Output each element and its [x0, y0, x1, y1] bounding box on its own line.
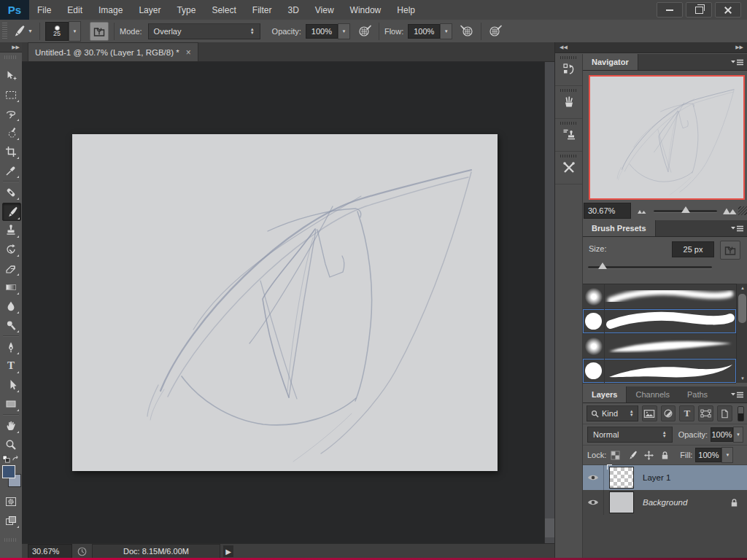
layer-fill-field[interactable]: 100% [695, 448, 721, 462]
document-scrollbar[interactable] [544, 62, 555, 543]
sync-status-button[interactable] [77, 546, 88, 557]
tab-paths[interactable]: Paths [678, 386, 716, 402]
brush-preset-soft-round[interactable] [583, 284, 736, 309]
panel-menu-button[interactable] [731, 225, 744, 233]
brush-list-scrollbar[interactable]: ▲ ▼ [736, 284, 747, 383]
options-grip[interactable] [2, 23, 7, 40]
zoom-in-button[interactable] [722, 206, 738, 215]
brush-size-field[interactable]: 25 px [672, 241, 714, 257]
close-button[interactable] [715, 2, 741, 18]
menu-3d[interactable]: 3D [279, 0, 306, 20]
lock-all-button[interactable] [660, 451, 670, 460]
menu-layer[interactable]: Layer [131, 0, 169, 20]
tab-channels[interactable]: Channels [627, 386, 678, 402]
scrollbar-thumb[interactable] [738, 294, 746, 323]
rectangle-tool[interactable] [2, 395, 20, 412]
blur-tool[interactable] [2, 298, 20, 314]
filter-shape-layers-button[interactable] [698, 405, 713, 421]
opacity-dropdown[interactable]: ▼ [338, 23, 350, 39]
crop-tool[interactable] [2, 143, 20, 160]
hand-tool[interactable] [2, 417, 20, 434]
eyedropper-tool[interactable] [2, 162, 20, 179]
screen-mode-button[interactable] [2, 512, 20, 529]
brush-picker-dropdown[interactable]: ▼ [69, 21, 81, 42]
toolbar-grip-bottom[interactable] [4, 538, 18, 542]
filter-smart-objects-button[interactable] [717, 405, 732, 421]
canvas[interactable] [72, 134, 498, 471]
brush-size-slider[interactable] [588, 266, 712, 268]
filter-pixel-layers-button[interactable] [642, 405, 657, 421]
tab-close-icon[interactable]: × [186, 47, 191, 58]
status-flyout-button[interactable]: ▶ [223, 545, 233, 557]
flow-field[interactable]: 100% [408, 24, 440, 39]
collapse-strip-button[interactable]: ◀◀ [560, 44, 568, 50]
menu-help[interactable]: Help [389, 0, 423, 20]
default-colors-button[interactable] [2, 455, 10, 463]
slider-thumb[interactable] [681, 206, 690, 213]
quick-selection-tool[interactable] [2, 124, 20, 141]
menu-select[interactable]: Select [204, 0, 244, 20]
layer-row-background[interactable]: Background [583, 490, 747, 515]
visibility-toggle[interactable] [583, 490, 604, 515]
document-tab[interactable]: Untitled-1 @ 30.7% (Layer 1, RGB/8) * × [28, 42, 198, 61]
menu-edit[interactable]: Edit [59, 0, 90, 20]
gradient-tool[interactable] [2, 279, 20, 295]
brush-tool[interactable] [2, 203, 21, 221]
blend-mode-select[interactable]: Normal ▲▼ [587, 427, 673, 443]
layer-name[interactable]: Background [643, 498, 687, 507]
pasteboard[interactable] [22, 62, 544, 543]
tool-presets-panel-button[interactable] [555, 152, 582, 184]
brush-tool-preset-picker[interactable]: ▼ [9, 23, 34, 40]
fill-dropdown[interactable]: ▼ [721, 447, 733, 463]
pressure-opacity-button[interactable] [356, 23, 374, 40]
airbrush-button[interactable] [458, 23, 476, 40]
brush-preset-soft-round-pressure[interactable] [583, 334, 736, 359]
panel-menu-button[interactable] [731, 392, 744, 399]
toolbar-collapse-button[interactable]: ▶▶ [0, 42, 22, 52]
menu-image[interactable]: Image [90, 0, 131, 20]
history-panel-button[interactable] [555, 54, 582, 86]
scroll-up-button[interactable]: ▲ [737, 284, 747, 292]
navigator-zoom-slider[interactable] [654, 210, 717, 212]
tab-navigator[interactable]: Navigator [583, 54, 638, 70]
layer-thumbnail[interactable] [609, 491, 634, 513]
lasso-tool[interactable] [2, 105, 20, 122]
flow-dropdown[interactable]: ▼ [440, 23, 452, 39]
dodge-tool[interactable] [2, 316, 20, 333]
toolbar-grip[interactable] [4, 55, 18, 59]
zoom-level-field[interactable]: 30.67% [28, 544, 72, 559]
swap-colors-button[interactable] [12, 455, 20, 463]
opacity-field[interactable]: 100% [306, 24, 338, 39]
toggle-brush-panel-button[interactable] [720, 241, 740, 260]
scroll-down-button[interactable]: ▼ [737, 374, 747, 383]
brush-preset-hard-round-pressure[interactable] [583, 359, 736, 384]
menu-file[interactable]: File [29, 0, 59, 20]
filter-type-layers-button[interactable]: T [679, 405, 694, 421]
brush-preview[interactable]: 25 [45, 22, 69, 41]
lock-position-button[interactable] [644, 451, 654, 460]
navigator-proxy-view[interactable] [589, 75, 745, 200]
navigator-zoom-field[interactable]: 30.67% [584, 203, 631, 219]
zoom-tool[interactable] [2, 436, 20, 453]
toggle-brush-panel-button[interactable] [90, 22, 109, 41]
zoom-out-button[interactable] [637, 207, 649, 214]
eraser-tool[interactable] [2, 260, 20, 276]
layer-name[interactable]: Layer 1 [643, 473, 670, 482]
filter-adjustment-layers-button[interactable] [661, 405, 676, 421]
layer-filter-kind-select[interactable]: Kind ▲▼ [587, 405, 638, 421]
foreground-color-swatch[interactable] [2, 465, 15, 478]
layer-row-layer1[interactable]: Layer 1 [583, 465, 747, 490]
lock-pixels-button[interactable] [627, 450, 638, 461]
blend-mode-select[interactable]: Overlay ▲▼ [148, 23, 260, 39]
tab-layers[interactable]: Layers [583, 386, 627, 402]
marquee-tool[interactable] [2, 86, 20, 103]
layer-opacity-field[interactable]: 100% [711, 427, 733, 442]
brush-preset-hard-round[interactable] [583, 309, 736, 334]
pressure-size-button[interactable] [487, 23, 504, 40]
panel-menu-button[interactable] [731, 59, 744, 66]
visibility-toggle[interactable] [583, 465, 604, 490]
brush-panel-button[interactable] [555, 87, 582, 119]
pen-tool[interactable] [2, 338, 20, 355]
layer-thumbnail[interactable] [609, 467, 634, 489]
path-selection-tool[interactable] [2, 376, 20, 393]
